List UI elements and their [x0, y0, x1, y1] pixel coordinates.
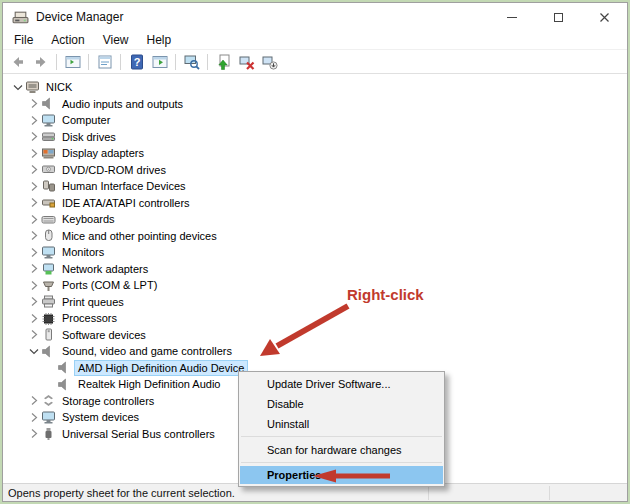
- disk-icon: [41, 130, 56, 143]
- expand-toggle[interactable]: [27, 130, 41, 143]
- window-controls: [489, 3, 627, 31]
- tree-item[interactable]: Keyboards: [3, 211, 627, 228]
- tree-item[interactable]: Print queues: [3, 294, 627, 311]
- tree-item[interactable]: Ports (COM & LPT): [3, 277, 627, 294]
- processor-icon: [41, 312, 56, 325]
- expand-toggle[interactable]: [27, 229, 41, 242]
- maximize-button[interactable]: [535, 3, 581, 31]
- tree-item[interactable]: Software devices: [3, 327, 627, 344]
- tree-item[interactable]: Sound, video and game controllers: [3, 343, 627, 360]
- expand-toggle[interactable]: [27, 196, 41, 209]
- expand-toggle[interactable]: [27, 411, 41, 424]
- chevron-right-icon: [27, 213, 41, 226]
- keyboard-icon: [41, 213, 56, 226]
- expand-toggle[interactable]: [27, 427, 41, 440]
- expand-toggle[interactable]: [27, 213, 41, 226]
- tree-item-label: IDE ATA/ATAPI controllers: [59, 196, 193, 210]
- expand-toggle[interactable]: [27, 279, 41, 292]
- svg-text:?: ?: [133, 56, 140, 68]
- tree-item[interactable]: Mice and other pointing devices: [3, 228, 627, 245]
- menu-bar: File Action View Help: [3, 31, 627, 50]
- chevron-right-icon: [27, 328, 41, 341]
- storage-icon: [41, 394, 56, 407]
- ports-icon: [41, 279, 56, 292]
- menu-item-disable[interactable]: Disable: [240, 394, 443, 414]
- back-icon: [10, 54, 26, 70]
- help-button[interactable]: ?: [127, 52, 146, 71]
- back-button[interactable]: [8, 52, 27, 71]
- tree-item[interactable]: Computer: [3, 112, 627, 129]
- show-console-tree-button[interactable]: [63, 52, 82, 71]
- console-tree-icon: [65, 54, 81, 70]
- menu-item-scan-for-hardware-changes[interactable]: Scan for hardware changes: [240, 440, 443, 460]
- forward-icon: [33, 54, 49, 70]
- menu-help[interactable]: Help: [138, 32, 181, 48]
- tree-item[interactable]: Network adapters: [3, 261, 627, 278]
- tree-item[interactable]: Processors: [3, 310, 627, 327]
- right-click-annotation: Right-click: [347, 286, 424, 303]
- menu-action[interactable]: Action: [42, 32, 93, 48]
- action-pane-button[interactable]: [150, 52, 169, 71]
- collapse-toggle[interactable]: [27, 345, 41, 358]
- toolbar-separator: [56, 54, 57, 70]
- monitor-icon: [41, 411, 56, 424]
- tree-item-label: Sound, video and game controllers: [59, 344, 235, 358]
- expand-toggle[interactable]: [27, 97, 41, 110]
- tree-item-label: Keyboards: [59, 212, 118, 226]
- properties-toolbar-button[interactable]: [95, 52, 114, 71]
- tree-item[interactable]: IDE ATA/ATAPI controllers: [3, 195, 627, 212]
- tree-item-label: Realtek High Definition Audio: [75, 377, 223, 391]
- minimize-icon: [507, 17, 517, 18]
- menu-item-properties[interactable]: Properties: [240, 466, 443, 484]
- expand-toggle[interactable]: [27, 328, 41, 341]
- tree-item-label: Disk drives: [59, 130, 119, 144]
- tree-item[interactable]: Display adapters: [3, 145, 627, 162]
- action-pane-icon: [152, 54, 168, 70]
- minimize-button[interactable]: [489, 3, 535, 31]
- expand-toggle[interactable]: [27, 312, 41, 325]
- expand-toggle[interactable]: [27, 262, 41, 275]
- tree-item[interactable]: Audio inputs and outputs: [3, 96, 627, 113]
- chevron-right-icon: [27, 295, 41, 308]
- close-icon: [599, 12, 610, 23]
- chevron-right-icon: [27, 147, 41, 160]
- chevron-right-icon: [27, 312, 41, 325]
- chevron-right-icon: [27, 114, 41, 127]
- tree-item[interactable]: Human Interface Devices: [3, 178, 627, 195]
- mouse-icon: [41, 229, 56, 242]
- tree-item[interactable]: Disk drives: [3, 129, 627, 146]
- expand-toggle[interactable]: [27, 114, 41, 127]
- menu-item-uninstall[interactable]: Uninstall: [240, 414, 443, 434]
- tree-item[interactable]: Monitors: [3, 244, 627, 261]
- chevron-right-icon: [27, 196, 41, 209]
- expand-toggle[interactable]: [27, 295, 41, 308]
- tree-item-label: Display adapters: [59, 146, 147, 160]
- tree-item[interactable]: NICK: [3, 79, 627, 96]
- disable-device-button[interactable]: [237, 52, 256, 71]
- chevron-placeholder: [43, 361, 57, 374]
- expand-toggle[interactable]: [27, 246, 41, 259]
- titlebar: Device Manager: [3, 3, 627, 31]
- menu-file[interactable]: File: [5, 32, 42, 48]
- menu-view[interactable]: View: [94, 32, 138, 48]
- disable-device-icon: [239, 54, 255, 70]
- menu-separator: [241, 436, 442, 437]
- expand-toggle[interactable]: [27, 147, 41, 160]
- uninstall-device-button[interactable]: [260, 52, 279, 71]
- update-driver-button[interactable]: [214, 52, 233, 71]
- close-button[interactable]: [581, 3, 627, 31]
- menu-item-update-driver-software[interactable]: Update Driver Software...: [240, 374, 443, 394]
- forward-button[interactable]: [31, 52, 50, 71]
- expand-toggle[interactable]: [27, 163, 41, 176]
- software-icon: [41, 328, 56, 341]
- window-title: Device Manager: [36, 10, 123, 24]
- computer-icon: [25, 81, 40, 94]
- expand-toggle[interactable]: [27, 180, 41, 193]
- collapse-toggle[interactable]: [11, 81, 25, 94]
- expand-toggle[interactable]: [27, 394, 41, 407]
- network-icon: [41, 262, 56, 275]
- tree-item-label: Monitors: [59, 245, 107, 259]
- tree-item[interactable]: DVD/CD-ROM drives: [3, 162, 627, 179]
- scan-icon: [184, 54, 200, 70]
- scan-hardware-changes-button[interactable]: [182, 52, 201, 71]
